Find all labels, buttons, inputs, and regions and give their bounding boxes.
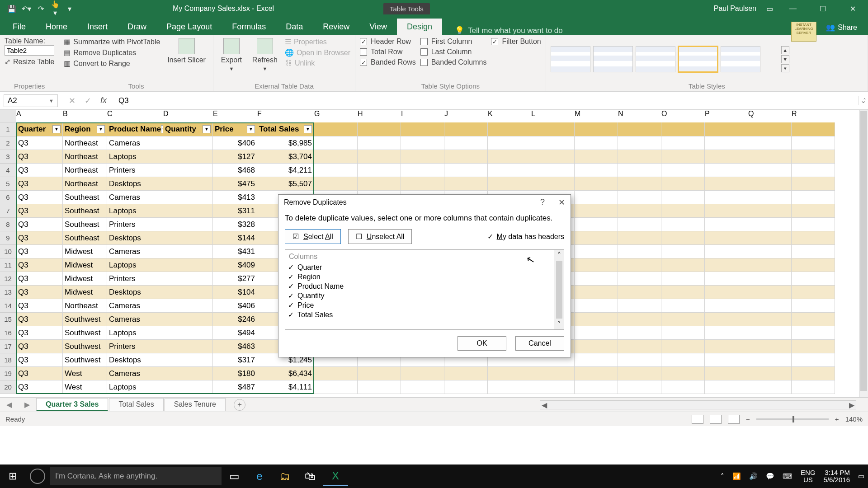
fx-icon[interactable]: fx xyxy=(100,96,107,106)
cell[interactable] xyxy=(705,340,748,353)
cell[interactable] xyxy=(531,122,575,136)
cell[interactable] xyxy=(575,177,618,191)
row-header-15[interactable]: 15 xyxy=(0,313,16,326)
cell-A12[interactable]: Q3 xyxy=(16,272,63,286)
cell-D12[interactable] xyxy=(163,272,213,286)
cell[interactable] xyxy=(792,340,835,353)
cell[interactable] xyxy=(618,136,661,150)
cell-E7[interactable]: $311 xyxy=(213,204,257,218)
cell-C18[interactable]: Desktops xyxy=(107,353,163,367)
column-header-K[interactable]: K xyxy=(488,110,531,122)
cell[interactable] xyxy=(575,326,618,340)
cell[interactable] xyxy=(618,218,661,231)
row-header-20[interactable]: 20 xyxy=(0,380,16,394)
cell-C3[interactable]: Laptops xyxy=(107,150,163,164)
cell[interactable] xyxy=(748,272,792,286)
cell[interactable] xyxy=(618,326,661,340)
last-column-checkbox[interactable]: Last Column xyxy=(420,47,487,56)
table-header-quarter[interactable]: Quarter▼ xyxy=(16,122,63,136)
cell[interactable] xyxy=(618,286,661,299)
cell[interactable] xyxy=(705,164,748,177)
language-indicator[interactable]: ENGUS xyxy=(801,469,816,484)
close-button[interactable]: ✕ xyxy=(843,5,863,13)
cell-E8[interactable]: $328 xyxy=(213,218,257,231)
select-all-button[interactable]: ☑Select All xyxy=(285,229,341,244)
dialog-help-button[interactable]: ? xyxy=(540,197,545,207)
cell-E14[interactable]: $406 xyxy=(213,299,257,313)
name-box[interactable]: A2 ▼ xyxy=(4,94,58,107)
qat-customize-icon[interactable]: ▾ xyxy=(64,5,75,13)
column-header-R[interactable]: R xyxy=(792,110,835,122)
row-header-17[interactable]: 17 xyxy=(0,340,16,353)
cell-D11[interactable] xyxy=(163,258,213,272)
cell-C15[interactable]: Cameras xyxy=(107,313,163,326)
table-style-thumb[interactable] xyxy=(721,46,760,72)
row-header-2[interactable]: 2 xyxy=(0,136,16,150)
tab-nav-prev[interactable]: ◀ xyxy=(0,400,18,409)
cell-B5[interactable]: Northeast xyxy=(63,177,107,191)
cell-D8[interactable] xyxy=(163,218,213,231)
cell[interactable] xyxy=(444,177,488,191)
cell[interactable] xyxy=(661,150,705,164)
tab-insert[interactable]: Insert xyxy=(77,19,118,35)
cell[interactable] xyxy=(748,164,792,177)
cell[interactable] xyxy=(705,326,748,340)
cell[interactable] xyxy=(618,191,661,204)
row-header-4[interactable]: 4 xyxy=(0,164,16,177)
cell[interactable] xyxy=(358,164,401,177)
dialog-close-button[interactable]: ✕ xyxy=(558,197,565,207)
cell-E18[interactable]: $317 xyxy=(213,353,257,367)
cell[interactable] xyxy=(618,150,661,164)
ok-button[interactable]: OK xyxy=(458,336,506,351)
cell-C13[interactable]: Desktops xyxy=(107,286,163,299)
cell-B11[interactable]: Midwest xyxy=(63,258,107,272)
cell-C2[interactable]: Cameras xyxy=(107,136,163,150)
cell[interactable] xyxy=(661,286,705,299)
cell[interactable] xyxy=(661,367,705,380)
zoom-slider-handle[interactable] xyxy=(793,416,794,422)
cell[interactable] xyxy=(575,218,618,231)
column-checkbox-region[interactable]: ✓Region xyxy=(288,272,551,282)
has-headers-checkbox[interactable]: ✓My data has headers xyxy=(487,232,564,241)
cell-A10[interactable]: Q3 xyxy=(16,245,63,258)
cell[interactable] xyxy=(314,136,358,150)
cell[interactable] xyxy=(748,204,792,218)
cell-A20[interactable]: Q3 xyxy=(16,380,63,394)
cell[interactable] xyxy=(618,204,661,218)
row-header-14[interactable]: 14 xyxy=(0,299,16,313)
cell[interactable] xyxy=(488,177,531,191)
cell-C5[interactable]: Desktops xyxy=(107,177,163,191)
cell-A11[interactable]: Q3 xyxy=(16,258,63,272)
total-row-checkbox[interactable]: Total Row xyxy=(360,47,416,56)
select-all-corner[interactable] xyxy=(0,110,16,122)
column-header-L[interactable]: L xyxy=(531,110,575,122)
gallery-up-button[interactable]: ▲ xyxy=(781,46,789,54)
cell[interactable] xyxy=(531,177,575,191)
tab-file[interactable]: File xyxy=(3,19,36,35)
action-center-icon[interactable]: ▭ xyxy=(858,472,864,480)
clock[interactable]: 3:14 PM5/6/2016 xyxy=(824,469,850,484)
cell[interactable] xyxy=(358,177,401,191)
cell-A19[interactable]: Q3 xyxy=(16,367,63,380)
cell-A17[interactable]: Q3 xyxy=(16,340,63,353)
column-checkbox-total-sales[interactable]: ✓Total Sales xyxy=(288,310,551,319)
cell[interactable] xyxy=(792,258,835,272)
cell[interactable] xyxy=(792,136,835,150)
undo-icon[interactable]: ↶▾ xyxy=(21,5,32,13)
cell-B10[interactable]: Midwest xyxy=(63,245,107,258)
cell-E15[interactable]: $246 xyxy=(213,313,257,326)
cortana-icon[interactable] xyxy=(30,469,45,484)
cell[interactable] xyxy=(618,340,661,353)
column-header-E[interactable]: E xyxy=(213,110,257,122)
cell[interactable] xyxy=(705,353,748,367)
cell-E13[interactable]: $104 xyxy=(213,286,257,299)
row-header-5[interactable]: 5 xyxy=(0,177,16,191)
column-header-H[interactable]: H xyxy=(358,110,401,122)
cell[interactable] xyxy=(575,353,618,367)
cell-C11[interactable]: Laptops xyxy=(107,258,163,272)
cell-D20[interactable] xyxy=(163,380,213,394)
cell-A7[interactable]: Q3 xyxy=(16,204,63,218)
cell-A15[interactable]: Q3 xyxy=(16,313,63,326)
cell[interactable] xyxy=(705,367,748,380)
store-app-button[interactable]: 🛍 xyxy=(297,467,323,485)
